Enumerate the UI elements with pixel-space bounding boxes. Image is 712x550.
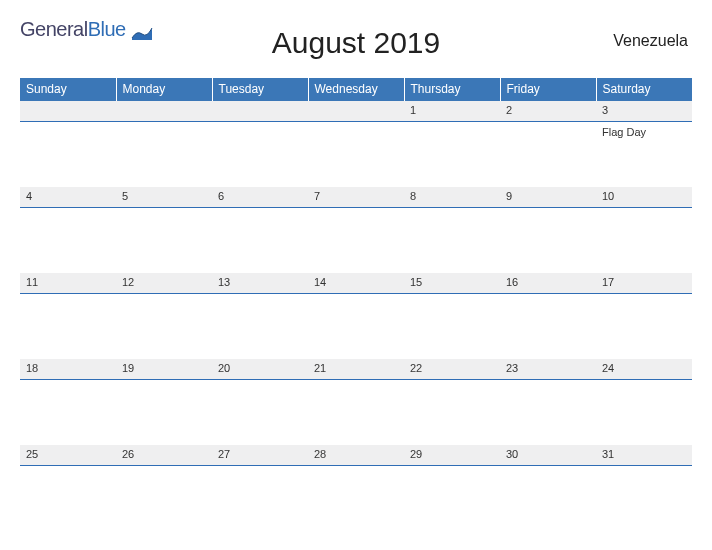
calendar-day-cell: 13 [212,273,308,359]
calendar-week-row: 18192021222324 [20,359,692,445]
day-number [212,101,308,122]
calendar-table: Sunday Monday Tuesday Wednesday Thursday… [20,78,692,531]
day-number: 22 [404,359,500,380]
day-number: 26 [116,445,212,466]
day-number: 16 [500,273,596,294]
calendar-day-cell: 10 [596,187,692,273]
calendar-day-cell: 26 [116,445,212,531]
weekday-header: Friday [500,78,596,101]
calendar-day-cell: 28 [308,445,404,531]
weekday-header: Wednesday [308,78,404,101]
day-number [116,101,212,122]
calendar-week-row: 123Flag Day [20,101,692,187]
brand-logo: GeneralBlue [20,18,154,44]
calendar-week-row: 45678910 [20,187,692,273]
day-number: 12 [116,273,212,294]
day-number: 14 [308,273,404,294]
day-number: 25 [20,445,116,466]
day-number: 9 [500,187,596,208]
calendar-day-cell: 5 [116,187,212,273]
day-number: 31 [596,445,692,466]
brand-word-1: General [20,18,88,41]
day-number: 27 [212,445,308,466]
day-number: 15 [404,273,500,294]
day-number: 7 [308,187,404,208]
day-number: 6 [212,187,308,208]
calendar-day-cell: 6 [212,187,308,273]
calendar-day-cell: 22 [404,359,500,445]
day-number: 18 [20,359,116,380]
day-number [308,101,404,122]
day-number: 10 [596,187,692,208]
day-number: 4 [20,187,116,208]
calendar-day-cell [212,101,308,187]
calendar-day-cell [308,101,404,187]
day-number: 29 [404,445,500,466]
calendar-day-cell: 9 [500,187,596,273]
weekday-header-row: Sunday Monday Tuesday Wednesday Thursday… [20,78,692,101]
day-number: 24 [596,359,692,380]
day-event: Flag Day [596,122,692,140]
day-number: 3 [596,101,692,122]
calendar-day-cell: 14 [308,273,404,359]
calendar-day-cell: 24 [596,359,692,445]
weekday-header: Saturday [596,78,692,101]
day-number: 8 [404,187,500,208]
calendar-day-cell: 12 [116,273,212,359]
calendar-day-cell: 8 [404,187,500,273]
day-number: 2 [500,101,596,122]
weekday-header: Tuesday [212,78,308,101]
calendar-day-cell: 30 [500,445,596,531]
day-number: 17 [596,273,692,294]
calendar-day-cell [20,101,116,187]
calendar-week-row: 25262728293031 [20,445,692,531]
calendar-day-cell: 29 [404,445,500,531]
day-number [20,101,116,122]
country-label: Venezuela [613,32,688,50]
calendar-day-cell: 20 [212,359,308,445]
calendar-day-cell: 1 [404,101,500,187]
brand-word-2: Blue [88,18,126,41]
calendar-day-cell: 18 [20,359,116,445]
calendar-day-cell: 23 [500,359,596,445]
day-number: 28 [308,445,404,466]
calendar-day-cell: 7 [308,187,404,273]
calendar-week-row: 11121314151617 [20,273,692,359]
calendar-day-cell: 25 [20,445,116,531]
calendar-day-cell: 16 [500,273,596,359]
calendar-day-cell: 3Flag Day [596,101,692,187]
day-number: 30 [500,445,596,466]
weekday-header: Sunday [20,78,116,101]
weekday-header: Thursday [404,78,500,101]
day-number: 13 [212,273,308,294]
calendar-day-cell: 21 [308,359,404,445]
calendar-day-cell: 31 [596,445,692,531]
day-number: 1 [404,101,500,122]
calendar-day-cell: 15 [404,273,500,359]
calendar-day-cell: 27 [212,445,308,531]
day-number: 20 [212,359,308,380]
calendar-day-cell: 2 [500,101,596,187]
calendar-body: 123Flag Day45678910111213141516171819202… [20,101,692,531]
calendar-day-cell: 11 [20,273,116,359]
header: GeneralBlue August 2019 Venezuela [20,18,692,74]
weekday-header: Monday [116,78,212,101]
day-number: 5 [116,187,212,208]
calendar-day-cell [116,101,212,187]
day-number: 11 [20,273,116,294]
day-number: 19 [116,359,212,380]
calendar-day-cell: 4 [20,187,116,273]
calendar-day-cell: 17 [596,273,692,359]
globe-icon [130,20,154,44]
day-number: 21 [308,359,404,380]
day-number: 23 [500,359,596,380]
calendar-day-cell: 19 [116,359,212,445]
